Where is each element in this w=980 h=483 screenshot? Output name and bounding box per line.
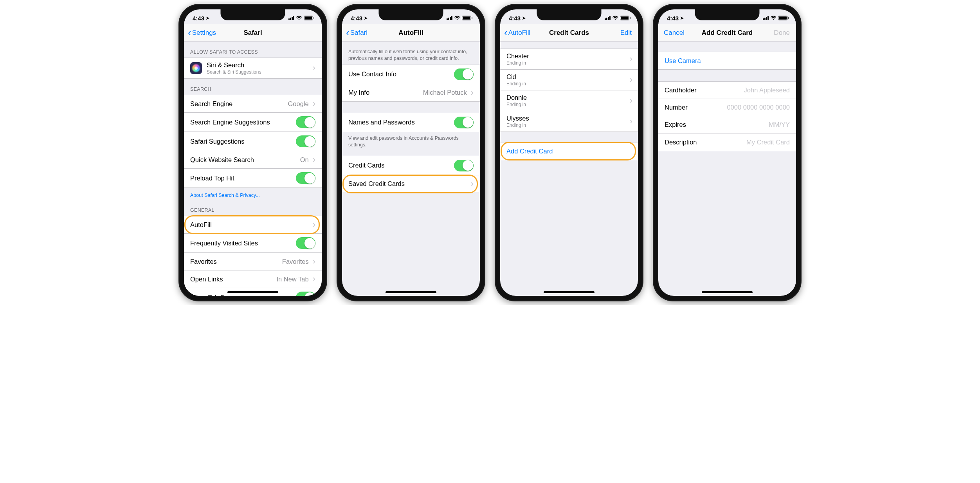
wifi-icon [296, 15, 302, 22]
use-camera-label: Use Camera [665, 57, 790, 65]
home-indicator[interactable] [702, 291, 753, 293]
favorites-label: Favorites [190, 258, 282, 265]
status-time: 4:43 [193, 15, 204, 22]
preload-top-hit-row: Preload Top Hit [184, 169, 322, 187]
siri-subtitle: Search & Siri Suggestions [207, 69, 311, 75]
chevron-right-icon: › [630, 75, 632, 85]
card-row[interactable]: Ulysses Ending in › [500, 111, 638, 132]
card-row[interactable]: Chester Ending in › [500, 49, 638, 70]
description-label: Description [665, 139, 746, 146]
notch [379, 9, 443, 20]
quick-website-search-row[interactable]: Quick Website Search On › [184, 151, 322, 169]
chevron-right-icon: › [630, 96, 632, 106]
cardholder-placeholder: John Appleseed [744, 87, 790, 94]
add-card-content[interactable]: Use Camera Cardholder John Appleseed Num… [658, 41, 796, 296]
back-label: AutoFill [508, 29, 531, 37]
names-passwords-toggle[interactable] [454, 117, 474, 128]
back-button[interactable]: ‹AutoFill [504, 29, 530, 37]
phone-frame-4: 4:43➤ Cancel Add Credit Card Done Use Ca… [653, 4, 802, 301]
search-engine-value: Google [288, 100, 308, 108]
wifi-icon [770, 15, 776, 22]
preload-toggle[interactable] [296, 172, 315, 184]
autofill-content[interactable]: Automatically fill out web forms using y… [342, 41, 480, 296]
description-placeholder: My Credit Card [746, 139, 790, 146]
edit-button[interactable]: Edit [620, 29, 634, 37]
chevron-right-icon: › [313, 99, 315, 109]
card-row[interactable]: Cid Ending in › [500, 70, 638, 90]
status-time: 4:43 [667, 15, 679, 22]
expires-row[interactable]: Expires MM/YY [658, 116, 796, 133]
favorites-row[interactable]: Favorites Favorites › [184, 253, 322, 270]
settings-content[interactable]: ALLOW SAFARI TO ACCESS Siri & Search Sea… [184, 41, 322, 296]
safari-suggestions-toggle[interactable] [296, 135, 315, 147]
search-engine-row[interactable]: Search Engine Google › [184, 95, 322, 113]
home-indicator[interactable] [544, 291, 594, 293]
cellular-icon [763, 16, 769, 20]
number-label: Number [665, 104, 727, 111]
show-tab-bar-toggle[interactable] [296, 292, 315, 296]
nav-bar: ‹Safari AutoFill [342, 24, 480, 41]
chevron-left-icon: ‹ [504, 30, 508, 35]
use-camera-row[interactable]: Use Camera [658, 52, 796, 69]
description-row[interactable]: Description My Credit Card [658, 133, 796, 151]
number-row[interactable]: Number 0000 0000 0000 0000 [658, 99, 796, 116]
wifi-icon [454, 15, 460, 22]
my-info-row[interactable]: My Info Michael Potuck › [342, 84, 480, 101]
search-suggestions-row: Search Engine Suggestions [184, 113, 322, 132]
open-links-label: Open Links [190, 276, 276, 283]
saved-credit-cards-row[interactable]: Saved Credit Cards › [342, 175, 480, 193]
cancel-button[interactable]: Cancel [662, 29, 685, 37]
location-icon: ➤ [364, 16, 368, 21]
cardholder-label: Cardholder [665, 87, 744, 94]
frequently-visited-toggle[interactable] [296, 237, 315, 249]
status-time: 4:43 [509, 15, 521, 22]
nav-title: Add Credit Card [702, 29, 753, 37]
nav-bar: ‹AutoFill Credit Cards Edit [500, 24, 638, 41]
search-suggestions-label: Search Engine Suggestions [190, 119, 296, 126]
done-button[interactable]: Done [774, 29, 792, 37]
about-privacy-link[interactable]: About Safari Search & Privacy... [184, 188, 322, 200]
autofill-label: AutoFill [190, 221, 311, 229]
card-name: Donnie [506, 94, 527, 101]
notch [695, 9, 760, 20]
battery-icon [462, 16, 471, 20]
cellular-icon [288, 16, 294, 20]
back-button[interactable]: ‹Settings [188, 29, 216, 37]
cards-content[interactable]: Chester Ending in › Cid Ending in › Donn… [500, 41, 638, 296]
passwords-note: View and edit passwords in Accounts & Pa… [342, 132, 480, 151]
chevron-right-icon: › [313, 220, 315, 230]
phone-frame-3: 4:43➤ ‹AutoFill Credit Cards Edit Cheste… [495, 4, 643, 301]
home-indicator[interactable] [386, 291, 436, 293]
siri-icon [190, 62, 202, 74]
favorites-value: Favorites [282, 258, 309, 265]
chevron-right-icon: › [313, 155, 315, 165]
cardholder-row[interactable]: Cardholder John Appleseed [658, 82, 796, 99]
names-passwords-label: Names and Passwords [348, 119, 454, 126]
safari-suggestions-label: Safari Suggestions [190, 138, 296, 145]
card-row[interactable]: Donnie Ending in › [500, 90, 638, 111]
notch [221, 9, 285, 20]
my-info-value: Michael Potuck [423, 89, 467, 96]
credit-cards-toggle[interactable] [454, 160, 474, 171]
card-name: Chester [506, 52, 529, 60]
notch [537, 9, 602, 20]
location-icon: ➤ [206, 16, 209, 21]
use-contact-toggle[interactable] [454, 68, 474, 80]
show-tab-bar-label: Show Tab Bar [190, 294, 296, 296]
add-credit-card-row[interactable]: Add Credit Card [500, 142, 638, 160]
search-suggestions-toggle[interactable] [296, 116, 315, 128]
siri-search-row[interactable]: Siri & Search Search & Siri Suggestions … [184, 58, 322, 78]
back-button[interactable]: ‹Safari [346, 29, 368, 37]
autofill-row[interactable]: AutoFill › [184, 216, 322, 234]
credit-cards-label: Credit Cards [348, 162, 454, 169]
expires-placeholder: MM/YY [769, 121, 790, 128]
phone-frame-2: 4:43➤ ‹Safari AutoFill Automatically fil… [337, 4, 485, 301]
battery-icon [620, 16, 629, 20]
nav-title: Safari [243, 29, 262, 37]
chevron-left-icon: ‹ [346, 30, 349, 35]
home-indicator[interactable] [227, 291, 278, 293]
add-credit-card-label: Add Credit Card [506, 148, 632, 155]
my-info-label: My Info [348, 89, 423, 96]
open-links-row[interactable]: Open Links In New Tab › [184, 270, 322, 288]
nav-title: AutoFill [398, 29, 423, 37]
